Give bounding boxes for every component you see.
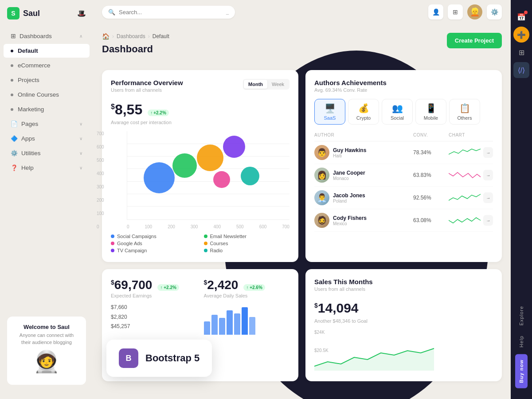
crypto-label: Crypto xyxy=(356,115,371,121)
author-details-cody: Cody Fishers Mexico xyxy=(333,215,367,226)
notifications-button[interactable]: 👤 xyxy=(428,4,443,20)
month-toggle[interactable]: Month xyxy=(244,80,267,89)
earnings-value-row: $69,700 ↑ +2.2% xyxy=(111,278,197,292)
author-row-jacob: 👨‍💼 Jacob Jones Poland 92.56% → xyxy=(314,187,493,209)
tab-saas[interactable]: 🖥️ SaaS xyxy=(314,99,345,125)
code-icon-btn[interactable]: ⟨/⟩ xyxy=(513,62,529,78)
sales-line-chart xyxy=(314,344,493,371)
performance-subtitle: Users from all channels xyxy=(111,87,183,93)
view-btn-jacob[interactable]: → xyxy=(483,192,493,203)
sidebar-item-apps[interactable]: 🔷 Apps ∨ xyxy=(4,132,90,145)
sales-card: Sales This Months Users from all channel… xyxy=(305,269,502,381)
default-dot xyxy=(11,50,13,52)
view-btn-guy[interactable]: → xyxy=(483,147,493,158)
sidebar-item-online-courses[interactable]: Online Courses xyxy=(4,88,90,102)
author-conv-cody: 63.08% xyxy=(413,217,449,223)
grid-button[interactable]: ⊞ xyxy=(448,4,463,20)
mini-chart-jacob xyxy=(449,192,481,203)
calendar-icon-btn[interactable]: 📅 xyxy=(513,9,529,25)
bubble-pink xyxy=(213,171,230,188)
welcome-subtitle: Anyone can connect with their audience b… xyxy=(14,332,79,346)
add-icon-btn[interactable]: ➕ xyxy=(513,27,529,43)
sidebar-item-ecommerce[interactable]: eCommerce xyxy=(4,59,90,72)
sales-chart-area: $24K $20.5K xyxy=(314,330,493,372)
bubble-purple xyxy=(223,136,245,158)
search-input[interactable] xyxy=(119,9,223,16)
bubble-blue xyxy=(144,162,175,193)
utilities-chevron: ∨ xyxy=(79,151,82,156)
search-box[interactable]: 🔍 _ xyxy=(102,6,235,19)
pages-chevron: ∨ xyxy=(79,121,82,126)
bubble-chart xyxy=(127,131,289,220)
legend-dot-social xyxy=(111,235,114,238)
projects-dot xyxy=(11,79,13,82)
header-right: 👤 ⊞ 👱 ⚙️ xyxy=(428,4,502,20)
help-btn[interactable]: Help xyxy=(516,331,527,352)
sidebar-bottom: Welcome to Saul Anyone can connect with … xyxy=(0,309,93,392)
mobile-icon: 📱 xyxy=(426,103,437,113)
earnings-list: $7,660 $2,820 $45,257 xyxy=(111,303,197,332)
author-info-cody: 🧔 Cody Fishers Mexico xyxy=(314,213,413,228)
sidebar-item-dashboards[interactable]: ⊞ Dashboards ∧ xyxy=(4,29,90,43)
logo-icon: S xyxy=(7,7,20,20)
breadcrumb-sep1: › xyxy=(112,33,114,39)
author-conv-jacob: 92.56% xyxy=(413,195,449,201)
grid-icon-btn[interactable]: ⊞ xyxy=(513,44,529,60)
author-details-guy: Guy Hawkins Haiti xyxy=(333,147,366,158)
metric-value: $8,55 xyxy=(111,102,142,118)
authors-subtitle: Avg. 69.34% Conv. Rate xyxy=(314,87,387,93)
author-name-cody: Cody Fishers xyxy=(333,215,367,221)
legend-dot-google xyxy=(111,242,114,245)
sidebar-item-help[interactable]: ❓ Help ∨ xyxy=(4,161,90,175)
settings-button[interactable]: ⚙️ xyxy=(487,4,502,20)
earnings-value: $69,700 xyxy=(111,278,152,292)
bootstrap-overlay: B Bootstrap 5 xyxy=(106,340,212,377)
sidebar-item-pages[interactable]: 📄 Pages ∨ xyxy=(4,117,90,131)
tab-crypto[interactable]: 💰 Crypto xyxy=(348,99,379,125)
week-toggle[interactable]: Week xyxy=(267,80,289,89)
bubble-chart-wrapper: 700 600 500 400 300 200 100 0 xyxy=(111,131,289,229)
legend-courses: Courses xyxy=(204,241,290,246)
earnings-item-1: $7,660 xyxy=(111,303,197,313)
bubble-teal xyxy=(241,167,259,185)
author-conv-guy: 78.34% xyxy=(413,149,449,156)
sidebar-item-marketing[interactable]: Marketing xyxy=(4,102,90,116)
courses-label: Online Courses xyxy=(18,91,59,98)
legend-dot-email xyxy=(204,235,207,238)
breadcrumb: 🏠 › Dashboards › Default xyxy=(102,33,169,40)
col-chart: CHART xyxy=(449,133,493,137)
sidebar-item-utilities[interactable]: ⚙️ Utilities ∨ xyxy=(4,146,90,160)
author-name-jane: Jane Cooper xyxy=(333,170,365,176)
breadcrumb-home-icon[interactable]: 🏠 xyxy=(102,33,110,40)
buy-now-btn[interactable]: Buy now xyxy=(515,354,528,388)
bar-7 xyxy=(249,317,255,335)
author-row-cody: 🧔 Cody Fishers Mexico 63.08% → xyxy=(314,209,493,232)
create-project-button[interactable]: Create Project xyxy=(447,33,502,48)
bootstrap-text: Bootstrap 5 xyxy=(145,352,200,364)
bubble-green xyxy=(172,153,197,178)
app-name: Saul xyxy=(23,9,40,18)
sidebar-item-projects[interactable]: Projects xyxy=(4,73,90,87)
icon-bar: 📅 ➕ ⊞ ⟨/⟩ Explore Help Buy now xyxy=(511,0,532,399)
sidebar-item-default[interactable]: Default xyxy=(4,44,90,58)
view-btn-cody[interactable]: → xyxy=(483,215,493,226)
tab-mobile[interactable]: 📱 Mobile xyxy=(415,99,446,125)
user-avatar[interactable]: 👱 xyxy=(467,4,482,20)
legend-radio: Radio xyxy=(204,248,290,253)
authors-table-header: AUTHOR CONV. CHART xyxy=(314,131,493,141)
others-label: Others xyxy=(457,115,472,121)
tab-others[interactable]: 📋 Others xyxy=(449,99,480,125)
projects-label: Projects xyxy=(18,77,39,83)
author-country-jacob: Poland xyxy=(333,199,365,203)
metric-label: Avarage cost per interaction xyxy=(111,120,289,125)
bar-2 xyxy=(211,315,218,335)
tab-social[interactable]: 👥 Social xyxy=(382,99,413,125)
period-toggle: Month Week xyxy=(243,79,289,90)
content-wrapper: 🏠 › Dashboards › Default Dashboard Creat… xyxy=(93,24,511,399)
view-btn-jane[interactable]: → xyxy=(483,170,493,180)
explore-btn[interactable]: Explore xyxy=(516,301,527,330)
breadcrumb-dashboards[interactable]: Dashboards xyxy=(117,33,145,39)
sales-label: Average Daily Sales xyxy=(204,293,290,298)
courses-dot xyxy=(11,94,13,96)
sales-value-row: $2,420 ↑ +2.6% xyxy=(204,278,290,292)
